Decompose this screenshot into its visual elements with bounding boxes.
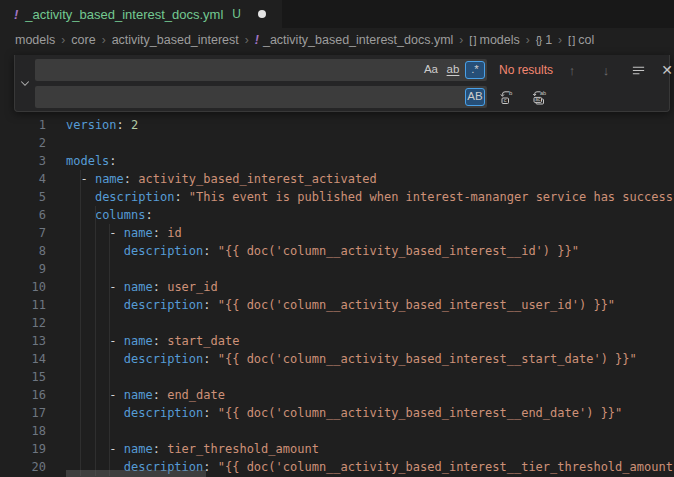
modified-dot-icon[interactable] <box>258 10 266 18</box>
symbol-object-icon: {} <box>536 34 541 46</box>
breadcrumb-separator-icon: › <box>459 33 463 47</box>
breadcrumb-item[interactable]: [ ]col <box>568 33 594 47</box>
find-results-count: No results <box>499 59 553 81</box>
code-line-content: models: <box>46 152 117 170</box>
code-line[interactable]: 9 <box>0 260 674 278</box>
preserve-case-button[interactable]: AB <box>465 88 485 106</box>
yaml-file-icon: ! <box>14 7 18 22</box>
editor[interactable]: 1version: 223models:4 - name: activity_b… <box>0 52 674 477</box>
line-number: 9 <box>0 260 46 278</box>
line-number: 19 <box>0 440 46 458</box>
code-line-content: - name: user_id <box>46 278 218 296</box>
code-line[interactable]: 18 <box>0 422 674 440</box>
svg-text:ac: ac <box>535 97 541 102</box>
code-line[interactable]: 11 description: "{{ doc('column__activit… <box>0 296 674 314</box>
breadcrumb-item[interactable]: [ ]models <box>469 33 519 47</box>
breadcrumb-label: 1 <box>545 33 552 47</box>
breadcrumb-label: models <box>480 33 520 47</box>
replace-button[interactable]: b c <box>496 86 518 108</box>
tab-bar: ! _activity_based_interest_docs.yml U <box>0 0 674 28</box>
code-area[interactable]: 1version: 223models:4 - name: activity_b… <box>0 52 674 476</box>
breadcrumb-label: _activity_based_interest_docs.yml <box>263 33 453 47</box>
line-number: 10 <box>0 278 46 296</box>
breadcrumb-label: activity_based_interest <box>112 33 239 47</box>
svg-text:c: c <box>504 97 507 103</box>
code-line-content: - name: id <box>46 224 182 242</box>
indent-guide <box>109 224 110 476</box>
line-number: 16 <box>0 386 46 404</box>
find-input[interactable]: \s{6}- name: (.*)\n description: "" Aa a… <box>35 59 487 81</box>
line-number: 20 <box>0 458 46 476</box>
replace-input[interactable]: - name: $1\n description: "{{ doc('colum… <box>35 86 487 108</box>
code-line[interactable]: 12 <box>0 314 674 332</box>
code-line-content <box>46 134 66 152</box>
replace-all-button[interactable]: ab ac <box>528 86 550 108</box>
editor-tab[interactable]: ! _activity_based_interest_docs.yml U <box>0 0 282 28</box>
next-match-button[interactable]: ↓ <box>595 59 617 81</box>
line-number: 12 <box>0 314 46 332</box>
breadcrumb-label: col <box>578 33 594 47</box>
code-line[interactable]: 15 <box>0 368 674 386</box>
breadcrumb-label: models <box>15 33 55 47</box>
line-number: 1 <box>0 116 46 134</box>
line-number: 6 <box>0 206 46 224</box>
symbol-array-icon: [ ] <box>469 34 475 46</box>
line-number: 15 <box>0 368 46 386</box>
code-line[interactable]: 19 - name: tier_threshold_amount <box>0 440 674 458</box>
breadcrumb-item[interactable]: models <box>15 33 55 47</box>
code-line[interactable]: 3models: <box>0 152 674 170</box>
breadcrumb-item[interactable]: core <box>71 33 95 47</box>
code-line-content <box>46 260 66 278</box>
code-line[interactable]: 16 - name: end_date <box>0 386 674 404</box>
code-line-content: description: "This event is published wh… <box>46 188 674 206</box>
code-line-content: description: "{{ doc('column__activity_b… <box>46 242 579 260</box>
close-button[interactable]: ✕ <box>656 59 674 81</box>
code-line-content: - name: activity_based_interest_activate… <box>46 170 377 188</box>
find-in-selection-button[interactable] <box>627 59 649 81</box>
code-line-content: - name: end_date <box>46 386 225 404</box>
code-line-content <box>46 314 66 332</box>
code-line[interactable]: 13 - name: start_date <box>0 332 674 350</box>
breadcrumb-label: core <box>71 33 95 47</box>
code-line[interactable]: 10 - name: user_id <box>0 278 674 296</box>
line-number: 18 <box>0 422 46 440</box>
selection-lines-icon <box>631 63 646 78</box>
code-line-content: description: "{{ doc('column__activity_b… <box>46 296 615 314</box>
code-line[interactable]: 17 description: "{{ doc('column__activit… <box>0 404 674 422</box>
find-replace-widget: \s{6}- name: (.*)\n description: "" Aa a… <box>14 55 670 112</box>
code-line-content: description: "{{ doc('column__activity_b… <box>46 350 637 368</box>
breadcrumb: models›core›activity_based_interest›!_ac… <box>0 28 674 52</box>
toggle-replace-button[interactable] <box>15 55 34 111</box>
code-line[interactable]: 4 - name: activity_based_interest_activa… <box>0 170 674 188</box>
code-line-content <box>46 422 66 440</box>
code-line[interactable]: 8 description: "{{ doc('column__activity… <box>0 242 674 260</box>
breadcrumb-separator-icon: › <box>526 33 530 47</box>
regex-button[interactable]: .* <box>465 61 485 79</box>
code-line-content: - name: tier_threshold_amount <box>46 440 319 458</box>
svg-text:ab: ab <box>540 90 546 96</box>
code-line[interactable]: 7 - name: id <box>0 224 674 242</box>
line-number: 8 <box>0 242 46 260</box>
previous-match-button[interactable]: ↑ <box>561 59 583 81</box>
breadcrumb-item[interactable]: activity_based_interest <box>112 33 239 47</box>
code-line[interactable]: 1version: 2 <box>0 116 674 134</box>
code-line[interactable]: 6 columns: <box>0 206 674 224</box>
code-line-content: - name: start_date <box>46 332 239 350</box>
line-number: 17 <box>0 404 46 422</box>
breadcrumb-item[interactable]: !_activity_based_interest_docs.yml <box>255 33 454 47</box>
breadcrumb-separator-icon: › <box>61 33 65 47</box>
code-line-content <box>46 368 66 386</box>
indent-guide <box>80 170 81 476</box>
code-line-content: columns: <box>46 206 153 224</box>
breadcrumb-item[interactable]: {}1 <box>536 33 552 47</box>
code-line[interactable]: 5 description: "This event is published … <box>0 188 674 206</box>
horizontal-scrollbar[interactable] <box>66 470 206 477</box>
code-line[interactable]: 14 description: "{{ doc('column__activit… <box>0 350 674 368</box>
whole-word-button[interactable]: ab <box>443 61 463 79</box>
line-number: 3 <box>0 152 46 170</box>
code-line[interactable]: 2 <box>0 134 674 152</box>
breadcrumb-separator-icon: › <box>102 33 106 47</box>
tab-filename: _activity_based_interest_docs.yml <box>25 7 223 22</box>
line-number: 11 <box>0 296 46 314</box>
match-case-button[interactable]: Aa <box>421 61 441 79</box>
